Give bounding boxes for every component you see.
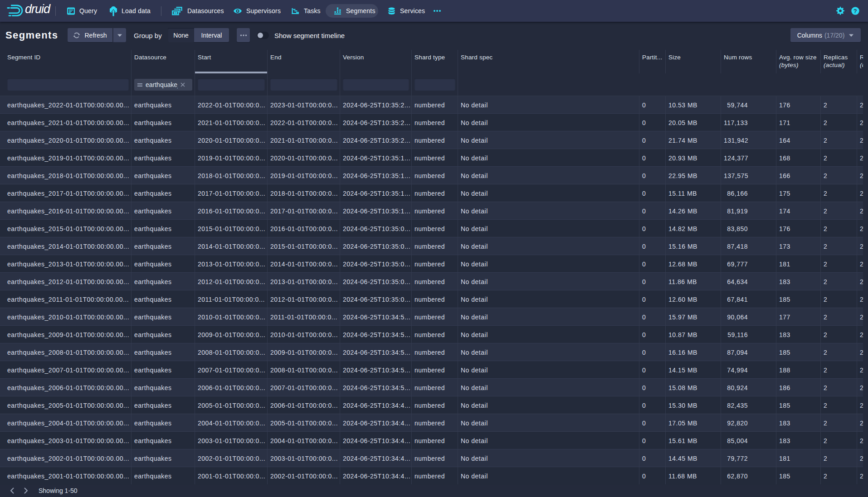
svg-text:?: ? — [853, 8, 857, 14]
